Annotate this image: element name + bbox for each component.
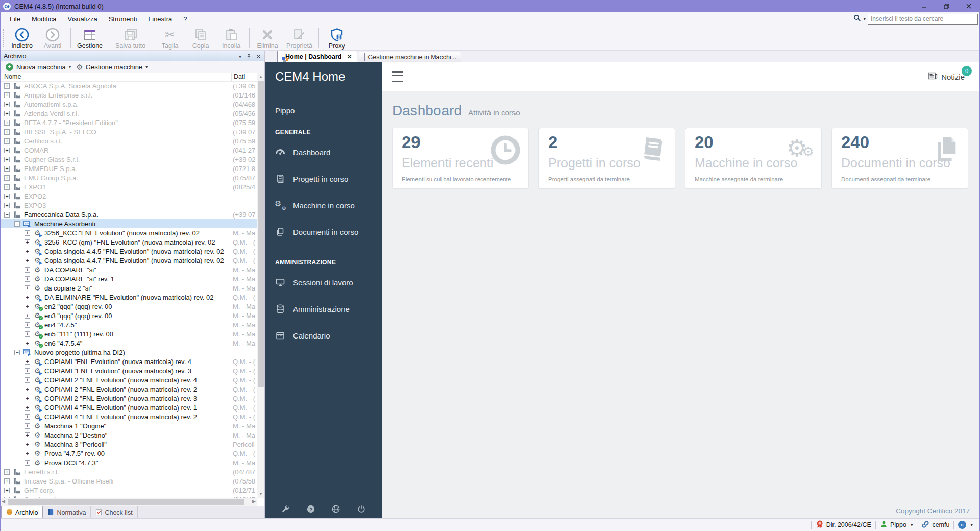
- hamburger-menu-icon[interactable]: [392, 71, 403, 82]
- expand-toggle-icon[interactable]: +: [4, 138, 10, 144]
- tree-row[interactable]: +COMAR(041 27: [0, 146, 257, 155]
- column-nome[interactable]: Nome: [4, 73, 21, 80]
- panel-tab-check-list[interactable]: Check list: [91, 506, 137, 519]
- tree-row[interactable]: +Armpits Enterprise s.r.l.(01/146: [0, 90, 257, 100]
- wrench-icon[interactable]: [280, 504, 290, 514]
- expand-toggle-icon[interactable]: +: [4, 175, 10, 181]
- expand-toggle-icon[interactable]: +: [24, 239, 30, 245]
- back-button[interactable]: Indietro: [7, 26, 37, 50]
- scroll-down-icon[interactable]: ▼: [257, 492, 264, 496]
- tree-row[interactable]: +fin.cave S.p.a. - Officine Piselli(075/…: [0, 476, 257, 486]
- expand-toggle-icon[interactable]: +: [24, 414, 30, 420]
- expand-toggle-icon[interactable]: +: [4, 102, 10, 107]
- expand-toggle-icon[interactable]: +: [24, 295, 30, 300]
- tree-row[interactable]: +Cugher Glass S.r.l.(+39 02: [0, 155, 257, 164]
- tree-row[interactable]: +⚙▶COPIAMI 4 "FNL Evolution" (nuova matr…: [0, 403, 257, 412]
- expand-toggle-icon[interactable]: +: [24, 460, 30, 466]
- column-dati[interactable]: Dati: [231, 73, 245, 81]
- expand-toggle-icon[interactable]: +: [24, 304, 30, 309]
- toolbar-drag-handle[interactable]: [3, 29, 4, 47]
- expand-toggle-icon[interactable]: +: [24, 258, 30, 263]
- tree-row[interactable]: +⚙Prova DC3 "4.7.3"M. - Ma: [0, 458, 257, 467]
- tree-row[interactable]: +⚙✓en2 "qqq" (qqq) rev. 00M. - Ma: [0, 302, 257, 311]
- tree-row[interactable]: +BETA 4.7.7 - "President Edition"(075 59: [0, 118, 257, 127]
- help-icon[interactable]: ?: [306, 504, 316, 514]
- expand-toggle-icon[interactable]: +: [4, 478, 10, 484]
- tree-row[interactable]: −Fameccanica Data S.p.a.(+39 07: [0, 210, 257, 219]
- sidebar-item-amministrazione[interactable]: Amministrazione: [265, 296, 382, 322]
- tree-row[interactable]: +⚙DA COPIARE "si" rev. 1M. - Ma: [0, 274, 257, 283]
- tree-row[interactable]: +⚙Macchina 1 "Origine"M. - Ma: [0, 421, 257, 430]
- dashboard-card-progetti-in-corso[interactable]: 2Progetti in corsoProgetti assegnati da …: [538, 128, 675, 189]
- panel-close-icon[interactable]: [256, 54, 261, 59]
- dropdown-caret-icon[interactable]: ▾: [911, 522, 913, 527]
- tree-row[interactable]: +⚙▶COPIAMI "FNL Evolution" (nuova matric…: [0, 357, 257, 366]
- search-icon[interactable]: [853, 14, 861, 24]
- menu-item-[interactable]: ?: [178, 13, 192, 25]
- tree-row[interactable]: +⚙▶Copia singola 4.4.5 "FNL Evolution" (…: [0, 247, 257, 256]
- tree-row[interactable]: +⚙✓en3 "qqq" (qqq) rev. 00M. - Ma: [0, 311, 257, 320]
- status-item-pippo[interactable]: Pippo▾: [876, 520, 917, 529]
- tree-row[interactable]: +BIESSE S.p.A. - SELCO(+39 07: [0, 127, 257, 136]
- tree-row[interactable]: +⚙Prova "4.7.5" rev. 00Q.M. - (: [0, 449, 257, 458]
- tree-row[interactable]: +⚙▶COPIAMI 2 "FNL Evolution" (nuova matr…: [0, 375, 257, 384]
- manage-machines-caret[interactable]: ▾: [145, 64, 148, 69]
- tree-row[interactable]: +⚙▶Copia singola 4.4.7 "FNL Evolution" (…: [0, 256, 257, 265]
- tree-row[interactable]: +ABOCA S.p.A. Società Agricola(+39 05: [0, 81, 257, 90]
- minimize-button[interactable]: [913, 0, 935, 12]
- expand-toggle-icon[interactable]: +: [24, 276, 30, 282]
- expand-toggle-icon[interactable]: +: [24, 442, 30, 447]
- tree-vertical-scrollbar[interactable]: ▲ ▼: [257, 73, 264, 498]
- panel-menu-caret-icon[interactable]: ▾: [239, 54, 241, 59]
- expand-toggle-icon[interactable]: −: [14, 221, 20, 227]
- expand-toggle-icon[interactable]: +: [24, 368, 30, 374]
- expand-toggle-icon[interactable]: +: [24, 387, 30, 392]
- expand-toggle-icon[interactable]: +: [24, 359, 30, 365]
- new-machine-caret[interactable]: ▾: [69, 64, 71, 69]
- tree-row[interactable]: +⚙Macchina 2 "Destino"M. - Ma: [0, 430, 257, 440]
- close-button[interactable]: [958, 0, 980, 12]
- tree-row[interactable]: +GHT corp.(012/71: [0, 486, 257, 495]
- expand-toggle-icon[interactable]: +: [24, 285, 30, 291]
- tree-row[interactable]: +EXPO3: [0, 201, 257, 210]
- expand-toggle-icon[interactable]: +: [24, 432, 30, 438]
- search-options-caret[interactable]: ▾: [863, 16, 866, 21]
- tree-row[interactable]: +⚙✓en6 "4.7.5.4"M. - Ma: [0, 339, 257, 348]
- tree-row[interactable]: +EMU Group S.p.a.(075/87: [0, 173, 257, 182]
- tree-row[interactable]: +⚙▶3256_KCC "FNL Evolution" (nuova matri…: [0, 228, 257, 237]
- tree-row[interactable]: +⚙da copiare 2 "si"M. - Ma: [0, 283, 257, 293]
- status-item-it[interactable]: IT▾: [954, 521, 977, 529]
- manage-button[interactable]: Gestione: [74, 26, 106, 50]
- sidebar-item-macchine-in-corso[interactable]: ⚙⚙Macchine in corso: [265, 192, 382, 219]
- vertical-scroll-thumb[interactable]: [258, 81, 264, 387]
- dashboard-card-elementi-recenti[interactable]: 29Elementi recentiElementi su cui hai la…: [392, 128, 529, 189]
- dashboard-card-macchine-in-corso[interactable]: 20Macchine in corsoMacchine assegnate da…: [685, 128, 822, 189]
- tree-horizontal-scrollbar[interactable]: ◀ ▶: [0, 498, 257, 506]
- expand-toggle-icon[interactable]: +: [4, 488, 10, 493]
- scroll-up-icon[interactable]: ▲: [257, 75, 264, 78]
- horizontal-scroll-thumb[interactable]: [8, 499, 244, 505]
- search-input[interactable]: [868, 14, 978, 25]
- expand-toggle-icon[interactable]: +: [24, 331, 30, 337]
- tree-row[interactable]: +Azienda Verdi s.r.l.(05/456: [0, 109, 257, 118]
- power-icon[interactable]: [356, 504, 366, 514]
- tree-row[interactable]: +⚙▶COPIAMI 2 "FNL Evolution" (nuova matr…: [0, 394, 257, 403]
- expand-toggle-icon[interactable]: +: [24, 451, 30, 456]
- tree-row[interactable]: +EXPO2: [0, 191, 257, 201]
- tree-row[interactable]: +Certifico s.r.l.(075 59: [0, 136, 257, 146]
- expand-toggle-icon[interactable]: +: [24, 249, 30, 254]
- tree-row[interactable]: −Nuovo progetto (ultima ha DI2): [0, 348, 257, 357]
- tree-row[interactable]: −Macchine Assorbenti: [0, 219, 257, 228]
- expand-toggle-icon[interactable]: +: [4, 184, 10, 190]
- expand-toggle-icon[interactable]: +: [4, 469, 10, 475]
- sidebar-item-calendario[interactable]: Calendario: [265, 322, 382, 349]
- expand-toggle-icon[interactable]: +: [4, 120, 10, 126]
- document-tab-2[interactable]: Gestione macchine in Macchi...: [359, 52, 462, 62]
- expand-toggle-icon[interactable]: +: [24, 313, 30, 319]
- proxy-button[interactable]: Proxy: [322, 26, 352, 50]
- tree-row[interactable]: +⚙DA COPIARE "si"M. - Ma: [0, 265, 257, 274]
- tree-row[interactable]: +Automatismi s.p.a.(04/468: [0, 100, 257, 109]
- sidebar-item-progetti-in-corso[interactable]: Progetti in corso: [265, 165, 382, 192]
- menu-item-finestra[interactable]: Finestra: [142, 13, 178, 25]
- expand-toggle-icon[interactable]: +: [4, 92, 10, 98]
